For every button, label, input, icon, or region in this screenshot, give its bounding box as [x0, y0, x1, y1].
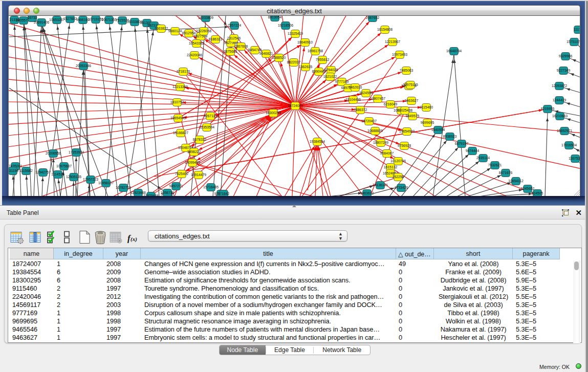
svg-text:1588520: 1588520 — [272, 56, 286, 59]
svg-text:1733426: 1733426 — [395, 186, 408, 189]
svg-text:1810752: 1810752 — [170, 100, 184, 104]
svg-text:12942757: 12942757 — [35, 170, 51, 174]
svg-text:19166827: 19166827 — [173, 131, 188, 135]
svg-text:16961758: 16961758 — [308, 49, 323, 53]
svg-text:10025438: 10025438 — [397, 108, 412, 112]
svg-text:8186323: 8186323 — [209, 37, 223, 41]
svg-text:15716485: 15716485 — [203, 185, 219, 189]
svg-text:9849575: 9849575 — [406, 114, 420, 118]
svg-text:16543382: 16543382 — [189, 41, 204, 45]
svg-text:9777169: 9777169 — [335, 80, 349, 83]
svg-text:18724007: 18724007 — [288, 104, 303, 107]
svg-text:19654945: 19654945 — [170, 116, 186, 120]
svg-text:20206556: 20206556 — [46, 151, 61, 155]
svg-text:19654923: 19654923 — [399, 129, 415, 133]
svg-text:11172: 11172 — [574, 28, 580, 31]
svg-text:1621022: 1621022 — [323, 75, 337, 78]
svg-text:10653287: 10653287 — [49, 18, 64, 21]
svg-text:8471676: 8471676 — [499, 171, 513, 174]
svg-text:252254: 252254 — [393, 175, 404, 179]
svg-text:1115682: 1115682 — [19, 169, 33, 172]
svg-text:11923448: 11923448 — [130, 191, 146, 194]
svg-text:3498222: 3498222 — [187, 150, 201, 154]
svg-text:14099489: 14099489 — [185, 161, 200, 164]
svg-text:12975115: 12975115 — [403, 83, 418, 86]
svg-text:971642: 971642 — [218, 192, 230, 195]
svg-text:9699695: 9699695 — [421, 121, 434, 124]
svg-text:12213369: 12213369 — [172, 85, 188, 89]
svg-text:10654112: 10654112 — [508, 179, 524, 183]
svg-text:2087652: 2087652 — [366, 16, 380, 19]
svg-text:6216049: 6216049 — [384, 102, 398, 106]
svg-text:20691406: 20691406 — [34, 20, 49, 24]
svg-text:3624554: 3624554 — [359, 91, 373, 95]
svg-text:19384554: 19384554 — [310, 140, 325, 143]
svg-text:8454749: 8454749 — [248, 48, 262, 52]
svg-text:9660124: 9660124 — [168, 29, 182, 33]
svg-text:16648784: 16648784 — [446, 49, 462, 53]
svg-text:6879197: 6879197 — [455, 142, 469, 145]
svg-text:9245652: 9245652 — [521, 187, 535, 190]
svg-text:10958107: 10958107 — [98, 181, 114, 185]
svg-text:9756928: 9756928 — [398, 144, 411, 147]
svg-text:2867608: 2867608 — [234, 45, 248, 48]
svg-text:10975687: 10975687 — [56, 164, 72, 168]
svg-text:1114519: 1114519 — [51, 172, 64, 176]
svg-text:9463627: 9463627 — [405, 99, 419, 102]
svg-text:2312546: 2312546 — [227, 36, 241, 40]
svg-text:18807249: 18807249 — [373, 141, 388, 144]
svg-text:7632621: 7632621 — [488, 163, 502, 167]
svg-text:1615132: 1615132 — [384, 165, 398, 169]
svg-text:13325419: 13325419 — [288, 32, 303, 35]
svg-text:924505: 924505 — [532, 191, 543, 195]
svg-text:12505135: 12505135 — [66, 175, 81, 179]
svg-text:18640910: 18640910 — [297, 40, 313, 44]
svg-text:23104496: 23104496 — [345, 98, 361, 101]
svg-text:8938923: 8938923 — [443, 135, 457, 138]
svg-text:17353924: 17353924 — [69, 150, 84, 154]
svg-text:3875685: 3875685 — [224, 50, 237, 53]
svg-text:8215955: 8215955 — [541, 107, 555, 111]
svg-text:8822037: 8822037 — [287, 60, 301, 64]
svg-text:7663822: 7663822 — [155, 27, 168, 30]
svg-text:15720407: 15720407 — [361, 119, 377, 123]
svg-text:17957223: 17957223 — [83, 178, 98, 181]
svg-text:9227349: 9227349 — [557, 69, 571, 72]
svg-text:1167534: 1167534 — [569, 157, 580, 160]
svg-text:10807457: 10807457 — [370, 97, 385, 100]
svg-text:8267115: 8267115 — [204, 114, 217, 118]
svg-text:7625402: 7625402 — [175, 172, 189, 176]
svg-text:2718176: 2718176 — [177, 70, 190, 73]
svg-text:7955812: 7955812 — [316, 58, 330, 61]
svg-text:12093872: 12093872 — [552, 84, 567, 87]
svg-text:9329966: 9329966 — [559, 54, 573, 58]
svg-text:9646821: 9646821 — [259, 52, 273, 55]
svg-text:16914479: 16914479 — [191, 173, 206, 177]
svg-text:12213967: 12213967 — [385, 40, 400, 43]
svg-text:16033809: 16033809 — [198, 16, 213, 19]
svg-text:7957224: 7957224 — [228, 24, 242, 27]
svg-text:1058739: 1058739 — [161, 191, 175, 194]
svg-text:18300295: 18300295 — [266, 111, 281, 115]
svg-text:(x): (x) — [130, 236, 137, 243]
svg-text:15692971: 15692971 — [557, 129, 572, 133]
svg-text:10120746: 10120746 — [390, 159, 406, 163]
svg-text:20053346: 20053346 — [76, 64, 91, 68]
svg-text:9084067: 9084067 — [380, 151, 394, 155]
svg-text:16210643: 16210643 — [552, 114, 568, 118]
svg-text:1640954: 1640954 — [431, 128, 445, 132]
svg-text:16782759: 16782759 — [116, 186, 131, 189]
svg-text:6794028: 6794028 — [324, 68, 338, 72]
svg-text:9457271: 9457271 — [169, 184, 183, 188]
svg-text:2935114: 2935114 — [476, 156, 490, 160]
svg-text:16733: 16733 — [28, 16, 37, 19]
svg-text:17016504: 17016504 — [561, 143, 577, 147]
svg-text:7886372: 7886372 — [354, 108, 367, 112]
svg-text:8990448: 8990448 — [312, 70, 326, 73]
svg-text:1362635: 1362635 — [299, 65, 313, 69]
svg-text:1527602: 1527602 — [63, 17, 77, 20]
svg-text:22420046: 22420046 — [187, 53, 202, 57]
svg-text:19218506: 19218506 — [278, 24, 293, 27]
svg-text:7462616: 7462616 — [349, 85, 362, 89]
svg-text:14136141: 14136141 — [373, 183, 388, 187]
